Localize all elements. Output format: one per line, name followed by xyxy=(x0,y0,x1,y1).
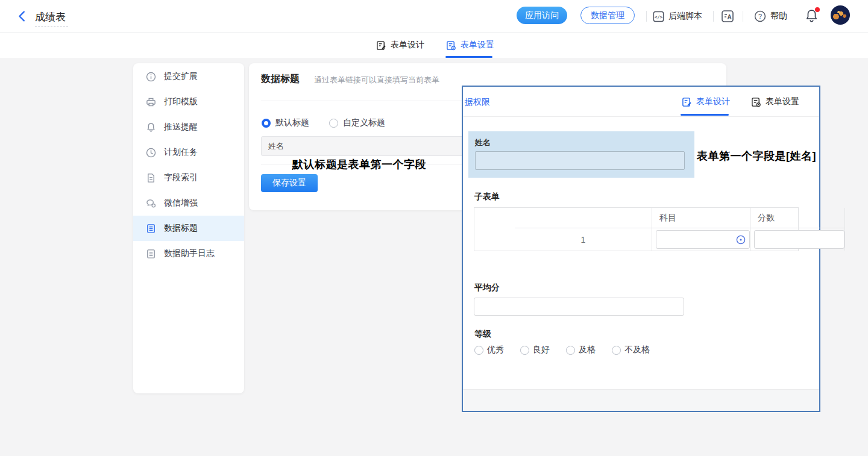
preview-active-tab-underline xyxy=(681,114,729,116)
preview-tab-form-settings[interactable]: 表单设置 xyxy=(751,87,799,117)
preview-tab-form-design[interactable]: 表单设计 xyxy=(682,87,730,117)
sidebar-item-field-index[interactable]: 字段索引 xyxy=(133,165,244,190)
sidebar-item-label: 提交扩展 xyxy=(164,71,198,82)
page-title: 成绩表 xyxy=(35,10,66,24)
grade-option-label: 优秀 xyxy=(487,345,504,355)
sidebar-item-data-assistant-log[interactable]: 数据助手日志 xyxy=(133,241,244,266)
sidebar-item-label: 数据助手日志 xyxy=(164,248,215,259)
radio-unselected-icon xyxy=(474,346,483,355)
average-score-label: 平均分 xyxy=(474,283,500,293)
form-design-icon xyxy=(376,40,386,51)
average-score-input[interactable] xyxy=(474,298,684,316)
grade-option-excellent[interactable]: 优秀 xyxy=(474,345,504,355)
sidebar-item-push-reminder[interactable]: 推送提醒 xyxy=(133,114,244,140)
preview-header: 据权限 表单设计 xyxy=(463,87,819,117)
annotation-default-title: 默认标题是表单第一个字段 xyxy=(292,157,426,172)
notifications-button[interactable] xyxy=(804,8,820,24)
tab-form-settings-label: 表单设置 xyxy=(461,40,494,51)
score-input[interactable] xyxy=(754,230,844,249)
svg-text:</>: </> xyxy=(655,14,663,19)
tab-form-settings[interactable]: 表单设置 xyxy=(446,33,494,58)
bell-icon xyxy=(146,122,156,133)
chevron-left-icon xyxy=(16,10,29,23)
info-circle-icon xyxy=(146,72,156,82)
sidebar-item-label: 打印模版 xyxy=(164,96,198,107)
tab-form-design[interactable]: 表单设计 xyxy=(376,33,424,58)
radio-default-title-label: 默认标题 xyxy=(275,117,309,128)
backend-script-button[interactable]: </> 后端脚本 xyxy=(653,0,702,33)
list-document-icon xyxy=(146,249,156,259)
radio-unselected-icon xyxy=(612,346,621,355)
subform-label: 子表单 xyxy=(474,192,500,202)
radio-unselected-icon xyxy=(329,119,338,128)
sidebar-item-submit-extension[interactable]: 提交扩展 xyxy=(133,64,244,89)
app-access-button[interactable]: 应用访问 xyxy=(517,7,567,24)
form-settings-icon xyxy=(751,97,761,107)
app-window: 成绩表 应用访问 数据管理 </> 后端脚本 A xyxy=(0,0,868,456)
grade-option-label: 良好 xyxy=(533,345,550,355)
subform-header-index xyxy=(515,208,652,228)
title-dashed-underline xyxy=(35,26,68,27)
preview-footer-bar xyxy=(463,389,819,411)
subform-table: 科目 分数 1 xyxy=(474,207,799,251)
form-design-preview-popup: 据权限 表单设计 xyxy=(462,86,820,412)
svg-text:?: ? xyxy=(758,13,762,20)
list-document-icon xyxy=(146,223,156,234)
active-tab-underline xyxy=(445,56,492,58)
radio-default-title[interactable]: 默认标题 xyxy=(262,117,309,128)
clock-icon xyxy=(146,148,156,158)
grade-label: 等级 xyxy=(474,329,491,340)
sidebar-item-label: 数据标题 xyxy=(164,223,198,234)
grade-option-good[interactable]: 良好 xyxy=(520,345,550,355)
name-field-label: 姓名 xyxy=(475,137,491,148)
grade-option-label: 及格 xyxy=(579,345,596,355)
name-field-selected[interactable]: 姓名 xyxy=(468,131,694,178)
grade-option-fail[interactable]: 不及格 xyxy=(612,345,650,355)
radio-selected-icon xyxy=(262,119,271,128)
subform-score-cell xyxy=(750,228,845,251)
annotation-first-field: 表单第一个字段是[姓名] xyxy=(697,149,816,163)
divider xyxy=(743,11,743,22)
user-avatar[interactable] xyxy=(831,5,850,25)
sidebar-item-data-title[interactable]: 数据标题 xyxy=(133,216,244,241)
back-button[interactable] xyxy=(16,10,29,23)
title-mode-radios: 默认标题 自定义标题 xyxy=(262,117,385,128)
form-settings-icon xyxy=(446,40,456,51)
form-tabbar: 表单设计 表单设置 xyxy=(0,33,868,58)
radio-unselected-icon xyxy=(566,346,575,355)
help-button[interactable]: ? 帮助 xyxy=(754,0,787,33)
sidebar-item-scheduled-task[interactable]: 计划任务 xyxy=(133,140,244,165)
preview-tab-design-label: 表单设计 xyxy=(696,96,730,107)
preview-tab-settings-label: 表单设置 xyxy=(766,96,799,107)
document-icon xyxy=(146,173,156,183)
form-design-icon xyxy=(682,97,692,107)
save-settings-button[interactable]: 保存设置 xyxy=(261,174,318,192)
wechat-icon xyxy=(146,198,156,208)
data-permission-link[interactable]: 据权限 xyxy=(465,97,490,108)
data-manage-button[interactable]: 数据管理 xyxy=(580,7,635,24)
grade-option-label: 不及格 xyxy=(624,345,650,355)
radio-custom-title-label: 自定义标题 xyxy=(343,117,385,128)
topbar: 成绩表 应用访问 数据管理 </> 后端脚本 A xyxy=(0,0,868,33)
select-option-icon[interactable] xyxy=(736,235,746,245)
grade-option-pass[interactable]: 及格 xyxy=(566,345,596,355)
name-field-input[interactable] xyxy=(475,151,685,170)
divider xyxy=(713,11,714,22)
divider xyxy=(646,11,647,22)
sidebar-item-print-template[interactable]: 打印模版 xyxy=(133,89,244,114)
sidebar-item-label: 计划任务 xyxy=(164,147,198,158)
help-label: 帮助 xyxy=(770,11,787,22)
code-icon: </> xyxy=(653,11,664,22)
settings-sidebar: 提交扩展 打印模版 推送提醒 计划任务 字段索引 xyxy=(133,63,244,393)
printer-icon xyxy=(146,97,156,107)
subform-header-subject: 科目 xyxy=(652,208,750,228)
subform-row-index: 1 xyxy=(515,228,652,251)
sidebar-item-label: 字段索引 xyxy=(164,172,198,183)
radio-unselected-icon xyxy=(520,346,529,355)
sidebar-item-wechat-enhance[interactable]: 微信增强 xyxy=(133,190,244,216)
radio-custom-title[interactable]: 自定义标题 xyxy=(329,117,385,128)
svg-text:A: A xyxy=(728,14,732,20)
backend-script-label: 后端脚本 xyxy=(668,11,702,22)
language-button[interactable]: A xyxy=(721,0,734,33)
subject-input[interactable] xyxy=(656,230,750,249)
